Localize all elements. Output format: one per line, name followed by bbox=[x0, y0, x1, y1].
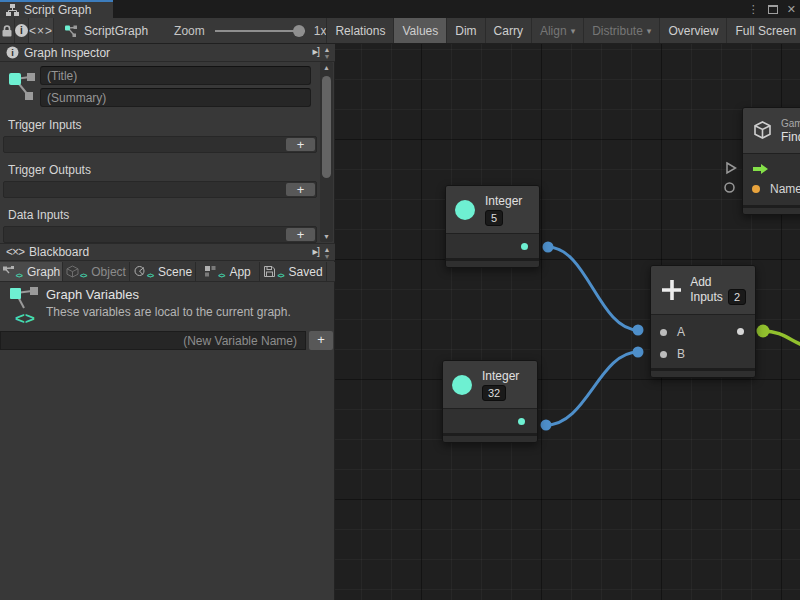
graph-summary-input[interactable] bbox=[40, 88, 311, 107]
input-port-a[interactable] bbox=[660, 329, 667, 336]
blackboard-title: Blackboard bbox=[29, 245, 89, 259]
integer-value-field[interactable]: 5 bbox=[485, 210, 503, 226]
code-brackets-icon: <×> bbox=[29, 24, 53, 38]
maximize-icon[interactable] bbox=[768, 5, 778, 14]
panel-resize-arrows[interactable]: ▲ ▼ bbox=[321, 44, 333, 62]
scroll-down-icon[interactable]: ▼ bbox=[320, 233, 333, 240]
graph-variables-title: Graph Variables bbox=[46, 287, 139, 302]
wire-integer32-to-add-b[interactable] bbox=[546, 352, 638, 425]
scroll-up-icon[interactable]: ▲ bbox=[320, 64, 333, 71]
add-trigger-input-button[interactable]: + bbox=[286, 138, 315, 151]
app-icon bbox=[204, 265, 217, 278]
wire-integer5-to-add-a[interactable] bbox=[548, 247, 638, 330]
node-gameobject-find[interactable]: Game Object Find Name bbox=[742, 107, 800, 215]
section-label-trigger-inputs: Trigger Inputs bbox=[8, 118, 82, 132]
graph-breadcrumb[interactable]: ScriptGraph bbox=[64, 18, 148, 43]
wire-endpoint[interactable] bbox=[543, 242, 554, 253]
node-surtitle: Game Object bbox=[781, 118, 800, 130]
tab-object[interactable]: <> Object bbox=[63, 262, 130, 281]
toolbar-button-overview[interactable]: Overview bbox=[659, 18, 726, 43]
script-graph-tab-icon bbox=[6, 4, 19, 16]
tab-app[interactable]: <> App bbox=[196, 262, 260, 281]
scrollbar-thumb[interactable] bbox=[322, 76, 331, 178]
sidebar: i Graph Inspector ▸] ▲ ▼ ▲ ▼ Trigger Inp… bbox=[0, 44, 335, 600]
integer-type-icon bbox=[455, 200, 475, 220]
info-icon: i bbox=[15, 24, 28, 37]
name-string-port[interactable] bbox=[752, 185, 760, 193]
object-cube-icon bbox=[66, 265, 79, 278]
dropdown-arrow-icon: ▾ bbox=[647, 26, 652, 36]
window-menu-icon[interactable]: ⋮ bbox=[748, 0, 759, 18]
toolbar-button-carry[interactable]: Carry bbox=[485, 18, 531, 43]
graph-tab-icon bbox=[2, 265, 15, 278]
panel-resize-arrows[interactable]: ▲ ▼ bbox=[321, 244, 333, 262]
saved-floppy-icon bbox=[263, 265, 276, 278]
graph-toolbar: i <×> ScriptGraph Zoom 1x Relations Valu… bbox=[0, 18, 800, 44]
integer-output-port[interactable] bbox=[521, 243, 528, 250]
window-controls: ⋮ ✕ bbox=[748, 0, 796, 18]
tab-scene[interactable]: <> Scene bbox=[130, 262, 196, 281]
toolbar-button-fullscreen[interactable]: Full Screen bbox=[726, 18, 800, 43]
inspector-scrollbar[interactable]: ▲ ▼ bbox=[320, 62, 333, 242]
tab-graph[interactable]: <> Graph bbox=[0, 262, 63, 281]
pin-panel-icon[interactable]: ▸] bbox=[312, 45, 319, 58]
graph-variables-description: These variables are local to the current… bbox=[46, 305, 291, 319]
toolbar-button-dim[interactable]: Dim bbox=[446, 18, 484, 43]
wire-endpoint[interactable] bbox=[757, 325, 770, 338]
lock-button[interactable] bbox=[0, 18, 15, 43]
graph-name-label: ScriptGraph bbox=[84, 24, 148, 38]
unconnected-value-port-icon[interactable] bbox=[725, 183, 734, 192]
script-graph-icon bbox=[64, 24, 78, 38]
node-title: Find bbox=[781, 130, 800, 144]
toolbar-button-relations[interactable]: Relations bbox=[326, 18, 393, 43]
edit-source-button[interactable]: <×> bbox=[29, 18, 54, 43]
window-tab-script-graph[interactable]: Script Graph bbox=[0, 0, 113, 18]
add-variable-button[interactable]: + bbox=[309, 331, 333, 350]
svg-text:<>: <> bbox=[15, 309, 35, 328]
toolbar-button-values[interactable]: Values bbox=[393, 18, 446, 43]
zoom-slider-knob[interactable] bbox=[293, 25, 305, 37]
info-button[interactable]: i bbox=[15, 18, 29, 43]
pin-panel-icon[interactable]: ▸] bbox=[312, 245, 319, 258]
tab-title: Script Graph bbox=[24, 3, 91, 17]
zoom-label: Zoom bbox=[174, 24, 205, 38]
new-variable-name-input[interactable] bbox=[0, 331, 306, 350]
unconnected-flow-port-icon[interactable] bbox=[727, 163, 736, 173]
add-plus-icon bbox=[660, 278, 681, 302]
node-add[interactable]: Add Inputs 2 A B bbox=[650, 265, 756, 378]
trigger-inputs-list: + bbox=[3, 136, 317, 153]
tab-saved[interactable]: <> Saved bbox=[260, 262, 327, 281]
close-icon[interactable]: ✕ bbox=[787, 0, 796, 18]
dropdown-arrow-icon: ▾ bbox=[571, 26, 576, 36]
flow-input-port-icon[interactable] bbox=[752, 163, 769, 175]
inputs-count-field[interactable]: 2 bbox=[728, 289, 746, 305]
toolbar-button-align[interactable]: Align ▾ bbox=[531, 18, 583, 43]
zoom-value: 1x bbox=[314, 24, 327, 38]
zoom-slider[interactable] bbox=[215, 30, 305, 32]
blackboard-header[interactable]: <×> Blackboard ▸] ▲ ▼ bbox=[0, 243, 335, 261]
scene-icon bbox=[133, 265, 146, 278]
node-integer-5[interactable]: Integer 5 bbox=[445, 185, 540, 268]
sum-output-port[interactable] bbox=[737, 328, 744, 335]
section-label-trigger-outputs: Trigger Outputs bbox=[8, 163, 91, 177]
wire-endpoint[interactable] bbox=[541, 420, 552, 431]
add-data-input-button[interactable]: + bbox=[286, 228, 315, 241]
section-label-data-inputs: Data Inputs bbox=[8, 208, 69, 222]
wire-endpoint[interactable] bbox=[633, 347, 644, 358]
blackboard-tabs: <> Graph <> Object <> Scene <> App bbox=[0, 262, 335, 282]
graph-inspector-header[interactable]: i Graph Inspector ▸] ▲ ▼ bbox=[0, 44, 335, 62]
graph-title-input[interactable] bbox=[40, 66, 311, 85]
toolbar-toggles: Relations Values Dim Carry Align ▾ Distr… bbox=[326, 18, 800, 43]
inputs-label: Inputs bbox=[690, 290, 723, 304]
toolbar-button-distribute[interactable]: Distribute ▾ bbox=[583, 18, 659, 43]
graph-variables-icon: <> bbox=[8, 284, 40, 328]
graph-canvas[interactable]: Integer 5 Integer 32 Add bbox=[335, 44, 800, 600]
wire-endpoint[interactable] bbox=[633, 325, 644, 336]
graph-icon bbox=[7, 68, 37, 104]
input-port-b[interactable] bbox=[660, 351, 667, 358]
node-title: Add bbox=[690, 275, 746, 289]
node-integer-32[interactable]: Integer 32 bbox=[442, 360, 538, 443]
integer-value-field[interactable]: 32 bbox=[482, 385, 506, 401]
integer-output-port[interactable] bbox=[518, 418, 525, 425]
add-trigger-output-button[interactable]: + bbox=[286, 183, 315, 196]
